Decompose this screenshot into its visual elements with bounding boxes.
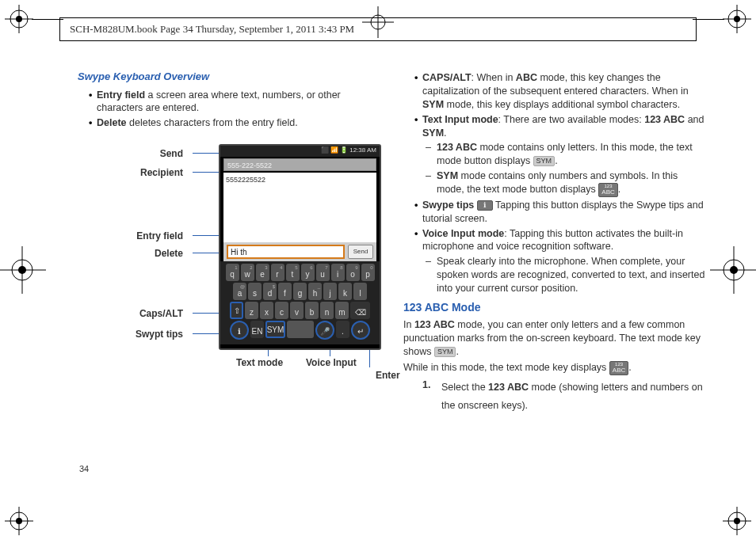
keyboard-key: b xyxy=(305,302,319,319)
step-1: 1. Select the 123 ABC mode (showing lett… xyxy=(422,378,707,414)
crop-line xyxy=(32,19,63,20)
abc-key-icon: 123ABC xyxy=(598,183,617,197)
dash-voice-note: Speak clearly into the microphone. When … xyxy=(426,255,707,295)
keyboard-key: ↵ xyxy=(351,321,370,340)
keyboard-key: q1 xyxy=(226,264,239,281)
crop-mark-icon xyxy=(723,5,751,33)
keyboard-key: t5 xyxy=(286,264,300,281)
keyboard-key: . xyxy=(336,321,349,338)
bullet-swype-tips: Swype tips ℹ Tapping this button display… xyxy=(414,199,707,226)
crop-mark-icon xyxy=(5,507,33,535)
crop-mark-icon xyxy=(5,5,33,33)
crop-mark-icon xyxy=(0,246,46,294)
keyboard-key: z xyxy=(245,302,258,319)
page-number: 34 xyxy=(79,464,89,473)
bullet-entry-field: Entry field a screen area where text, nu… xyxy=(89,89,381,116)
left-column: Swype Keyboard Overview Entry field a sc… xyxy=(78,70,381,477)
label-entry: Entry field xyxy=(136,230,183,242)
sym-key-icon: SYM xyxy=(434,347,456,357)
label-swypt: Swypt tips xyxy=(136,328,183,340)
para-while-in-mode: While in this mode, the text mode key di… xyxy=(403,361,707,375)
bullet-caps-alt: CAPS/ALT: When in ABC mode, this key cha… xyxy=(414,71,707,112)
bullet-text-input-mode: Text Input mode: There are two available… xyxy=(414,113,707,140)
keyboard-key: ℹ xyxy=(230,321,249,340)
abc-key-icon: 123ABC xyxy=(609,361,628,375)
keyboard-key: u7 xyxy=(316,264,330,281)
label-delete: Delete xyxy=(155,247,183,260)
label-caps: Caps/ALT xyxy=(139,307,183,320)
tips-key-icon: ℹ xyxy=(477,200,493,211)
phone-status-bar: ⬛ 📶 🔋 12:38 AM xyxy=(220,146,380,157)
keyboard-key: o9 xyxy=(346,264,360,281)
keyboard-key: f xyxy=(278,283,292,300)
keyboard-key: g xyxy=(293,283,307,300)
keyboard-key: x xyxy=(260,302,273,319)
keyboard-key: ⌫ xyxy=(350,302,370,319)
keyboard-key: 🎤 xyxy=(315,321,334,340)
keyboard-key: s xyxy=(248,283,262,300)
label-voice: Voice Input xyxy=(306,356,357,369)
keyboard-key: j xyxy=(323,283,337,300)
bullet-delete: Delete deletes characters from the entry… xyxy=(89,116,381,130)
phone-mockup: ⬛ 📶 🔋 12:38 AM 555-222-5522 5552225522 H… xyxy=(219,144,381,350)
keyboard-key xyxy=(287,321,314,338)
phone-entry-row: Hi th Send xyxy=(223,242,376,261)
keyboard-diagram: Send Recipient Entry field Delete Caps/A… xyxy=(78,144,381,405)
keyboard-key: n xyxy=(320,302,334,319)
dash-sym: SYM mode contains only numbers and symbo… xyxy=(426,169,707,197)
diagram-labels-bottom: Text mode Voice Input Enter xyxy=(197,356,381,388)
crop-line xyxy=(693,19,724,20)
keyboard-key: k xyxy=(338,283,352,300)
keyboard-key: SYM xyxy=(265,321,285,338)
phone-send-button: Send xyxy=(348,245,373,259)
keyboard-key: p0 xyxy=(361,264,375,281)
heading-123abc-mode: 123 ABC Mode xyxy=(403,300,707,315)
page-content: Swype Keyboard Overview Entry field a sc… xyxy=(78,70,707,477)
document-header: SCH-M828UM.book Page 34 Thursday, Septem… xyxy=(59,17,697,41)
heading-swype-overview: Swype Keyboard Overview xyxy=(78,70,381,84)
keyboard-key: ⇧ xyxy=(230,302,243,319)
keyboard-key: e3 xyxy=(256,264,269,281)
keyboard-key: l xyxy=(353,283,367,300)
header-text: SCH-M828UM.book Page 34 Thursday, Septem… xyxy=(70,23,354,35)
label-send: Send xyxy=(160,147,183,160)
phone-entry-field: Hi th xyxy=(227,245,345,259)
keyboard-key: EN xyxy=(250,321,264,338)
keyboard-key: w2 xyxy=(241,264,254,281)
keyboard-key: a@ xyxy=(233,283,246,300)
crop-mark-icon xyxy=(723,507,751,535)
dash-123abc: 123 ABC mode contains only letters. In t… xyxy=(426,141,707,168)
sym-key-icon: SYM xyxy=(533,156,556,166)
para-123abc-intro: In 123 ABC mode, you can enter only lett… xyxy=(403,318,707,359)
keyboard-key: i8 xyxy=(331,264,345,281)
label-textmode: Text mode xyxy=(236,356,283,369)
keyboard-key: d$ xyxy=(263,283,277,300)
phone-recipient-tag: 5552225522 xyxy=(226,175,265,184)
keyboard-key: c xyxy=(275,302,288,319)
phone-keyboard: q1w2e3r4t5y6u7i8o9p0 a@sd$fgh_jkl ⇧zxcvb… xyxy=(220,261,380,344)
keyboard-key: r4 xyxy=(271,264,284,281)
right-column: CAPS/ALT: When in ABC mode, this key cha… xyxy=(403,70,707,477)
keyboard-key: v xyxy=(290,302,304,319)
phone-message-area: 5552225522 xyxy=(223,173,376,242)
bullet-voice-input: Voice Input mode: Tapping this button ac… xyxy=(414,227,707,254)
keyboard-key: h_ xyxy=(308,283,322,300)
keyboard-key: y6 xyxy=(301,264,315,281)
phone-recipient-field: 555-222-5522 xyxy=(223,158,376,171)
label-recipient: Recipient xyxy=(140,166,183,179)
label-enter: Enter xyxy=(376,369,400,382)
crop-mark-icon xyxy=(710,246,756,294)
keyboard-key: m xyxy=(335,302,349,319)
